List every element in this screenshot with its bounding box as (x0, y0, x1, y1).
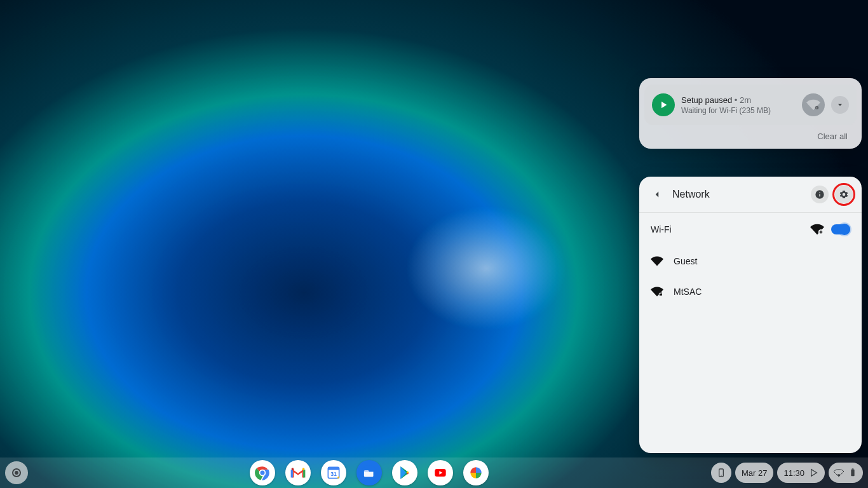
notification-title: Setup paused (681, 95, 732, 105)
wifi-toggle-row: Wi-Fi (639, 213, 862, 246)
svg-rect-21 (852, 468, 854, 469)
phone-hub-button[interactable] (711, 463, 731, 483)
network-settings-button[interactable] (835, 186, 853, 203)
gmail-icon (290, 464, 306, 481)
notification-separator: • (735, 95, 740, 105)
info-icon (815, 189, 825, 200)
launcher-button[interactable] (5, 461, 28, 484)
status-tray: Mar 27 11:30 (711, 461, 863, 484)
notifications-panel: Setup paused • 2m Waiting for Wi-Fi (235… (639, 78, 862, 149)
notification-age: 2m (740, 95, 751, 105)
app-youtube[interactable] (428, 460, 453, 485)
svg-marker-14 (401, 466, 407, 479)
wifi-network-item[interactable]: MtSAC (639, 276, 862, 307)
wifi-toggle-switch[interactable] (831, 224, 850, 234)
svg-point-19 (721, 475, 721, 475)
network-quick-settings-panel: Network Wi-Fi Guest MtSAC (639, 177, 862, 453)
clear-all-button[interactable]: Clear all (817, 132, 848, 141)
shelf-apps: 31 (250, 460, 489, 485)
chevron-down-icon (836, 100, 844, 109)
network-panel-header: Network (639, 177, 862, 213)
wifi-plus-icon (810, 222, 824, 236)
app-play-store[interactable] (392, 460, 417, 485)
app-photos[interactable] (463, 460, 489, 485)
play-protect-icon (652, 93, 675, 116)
expand-notification-button[interactable] (831, 96, 849, 114)
svg-text:31: 31 (331, 471, 337, 477)
calendar-icon: 31 (325, 464, 342, 481)
add-wifi-button[interactable] (810, 222, 825, 237)
app-calendar[interactable]: 31 (321, 460, 346, 485)
svg-rect-10 (329, 467, 339, 470)
highlight-ring (832, 183, 855, 206)
status-area-button[interactable]: 11:30 (777, 463, 825, 483)
chrome-icon (254, 464, 271, 481)
notification-card[interactable]: Setup paused • 2m Waiting for Wi-Fi (235… (644, 85, 857, 125)
notification-text: Setup paused • 2m Waiting for Wi-Fi (235… (681, 95, 796, 115)
shelf: 31 (0, 458, 868, 488)
play-store-icon (397, 464, 413, 481)
back-button[interactable] (648, 186, 666, 203)
wifi-weak-icon (834, 468, 844, 478)
wifi-network-name: Guest (674, 256, 697, 266)
files-icon (361, 464, 377, 481)
notification-subtitle: Waiting for Wi-Fi (235 MB) (681, 106, 796, 115)
status-time: 11:30 (783, 468, 804, 478)
app-files[interactable] (356, 460, 382, 485)
photos-icon (468, 464, 484, 481)
wifi-open-icon (651, 255, 663, 268)
youtube-icon (432, 464, 449, 481)
network-panel-title: Network (672, 189, 804, 200)
svg-rect-4 (660, 294, 662, 295)
play-outline-icon (808, 468, 818, 478)
phone-icon (716, 468, 726, 478)
chevron-left-icon (651, 189, 663, 200)
svg-text:!: ! (817, 107, 817, 110)
wifi-network-name: MtSAC (674, 287, 702, 297)
app-gmail[interactable] (285, 460, 311, 485)
app-chrome[interactable] (250, 460, 275, 485)
wifi-network-item[interactable]: Guest (639, 246, 862, 276)
status-date: Mar 27 (742, 468, 767, 478)
svg-rect-20 (851, 470, 854, 477)
wifi-waiting-icon[interactable]: ! (802, 93, 825, 116)
date-pill[interactable]: Mar 27 (735, 463, 773, 483)
wifi-label: Wi-Fi (651, 224, 803, 234)
launcher-dot-icon (15, 471, 18, 475)
wifi-locked-icon (651, 285, 663, 298)
status-quick-settings-button[interactable] (829, 463, 863, 483)
battery-icon (848, 468, 858, 478)
network-info-button[interactable] (811, 186, 829, 203)
